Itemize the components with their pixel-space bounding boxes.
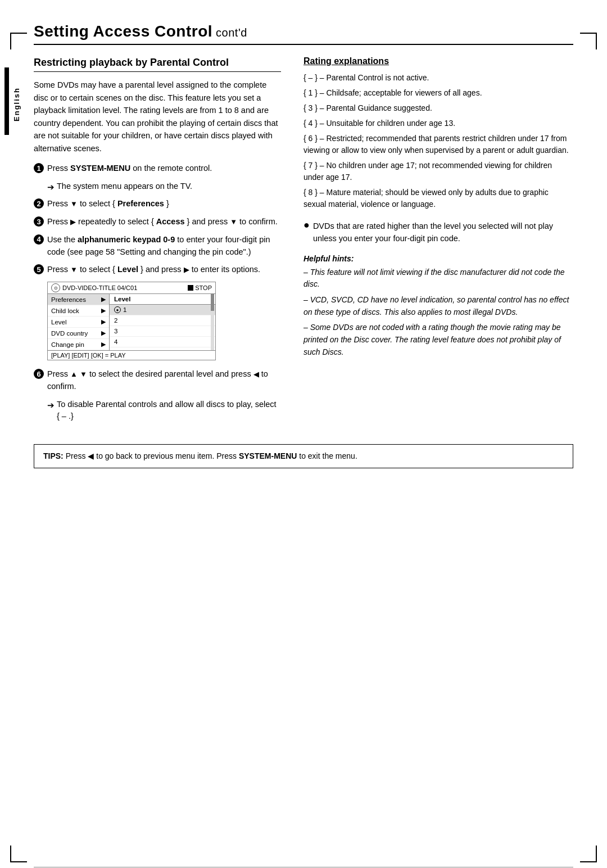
step-5: 5 Press to select { Level } and press to… (34, 264, 281, 276)
screen-bottom-bar: [PLAY] [EDIT] [OK] = PLAY (48, 350, 215, 360)
section-heading: Restricting playback by Parental Control (34, 56, 281, 72)
tips-text: Press ◀ to go back to previous menu item… (66, 451, 357, 460)
scroll-track (211, 294, 214, 350)
tips-label: TIPS: (43, 451, 64, 460)
menu-item-preferences: Preferences ▶ (48, 294, 109, 305)
rating-item-4: { 4 } – Unsuitable for children under ag… (304, 117, 573, 129)
tips-box: TIPS: Press ◀ to go back to previous men… (34, 444, 573, 468)
step-4: 4 Use the alphanumeric keypad 0-9 to ent… (34, 234, 281, 259)
step-text-3: Press repeatedly to select { Access } an… (47, 216, 281, 228)
rating-item-7: { 7 } – No children under age 17; not re… (304, 160, 573, 183)
submenu-header: Level (110, 294, 215, 305)
menu-panel: Preferences ▶ Child lock ▶ Level ▶ (48, 294, 110, 350)
step-num-4: 4 (34, 234, 44, 245)
menu-arrow-preferences: ▶ (101, 296, 106, 303)
submenu-panel: Level ● 1 2 3 (110, 294, 215, 347)
menu-label-preferences: Preferences (51, 296, 86, 303)
step-6: 6 Press to select the desired parental l… (34, 368, 281, 393)
step-num-1: 1 (34, 163, 44, 173)
submenu-label-3: 3 (114, 328, 117, 334)
menu-item-changepin: Change pin ▶ (48, 339, 109, 350)
rating-item-0: { – } – Parental Control is not active. (304, 72, 573, 84)
menu-item-level: Level ▶ (48, 317, 109, 328)
page-title-area: Setting Access Control cont'd (34, 22, 573, 45)
submenu-item-1: ● 1 (110, 305, 215, 315)
menu-arrow-dvdcountry: ▶ (101, 329, 106, 337)
stop-icon: STOP (188, 284, 212, 291)
step-num-2: 2 (34, 198, 44, 209)
stop-text: STOP (195, 284, 212, 291)
hint-text-1: – This feature will not limit viewing if… (304, 266, 573, 291)
hint-text-2: – VCD, SVCD, CD have no level indication… (304, 294, 573, 318)
english-sidebar-bar (4, 67, 9, 135)
helpful-hints: Helpful hints: – This feature will not l… (304, 254, 573, 359)
step-2: 2 Press to select { Preferences } (34, 198, 281, 210)
step-text-6: Press to select the desired parental lev… (47, 368, 281, 393)
sidebar-label: English (12, 87, 21, 121)
dvd-icon: ⊙ (51, 283, 60, 292)
corner-mark-tr (580, 33, 597, 49)
screen-title-text: DVD-VIDEO-TITLE 04/C01 (62, 284, 137, 291)
bullet-note: ● DVDs that are rated higher than the le… (304, 220, 573, 245)
circle-indicator: ● (114, 306, 121, 313)
menu-label-changepin: Change pin (51, 341, 84, 348)
submenu-wrapper: Level ● 1 2 3 (110, 294, 215, 350)
rating-item-1: { 1 } – Childsafe; acceptable for viewer… (304, 87, 573, 99)
menu-label-dvdcountry: DVD country (51, 330, 88, 337)
hints-title: Helpful hints: (304, 254, 573, 263)
left-column: Restricting playback by Parental Control… (34, 56, 281, 427)
corner-mark-tl (10, 33, 27, 49)
menu-item-childlock: Child lock ▶ (48, 305, 109, 317)
screen-content: Preferences ▶ Child lock ▶ Level ▶ (48, 294, 215, 350)
intro-text: Some DVDs may have a parental level assi… (34, 79, 281, 155)
rating-item-6: { 6 } – Restricted; recommended that par… (304, 133, 573, 156)
page-title-contd: cont'd (212, 26, 247, 39)
step-text-5: Press to select { Level } and press to e… (47, 264, 281, 276)
arrow-symbol-1: ➔ (47, 181, 55, 194)
menu-arrow-level: ▶ (101, 318, 106, 326)
rating-list: { – } – Parental Control is not active. … (304, 72, 573, 210)
rating-heading: Rating explanations (304, 56, 573, 66)
rating-item-8: { 8 } – Mature material; should be viewe… (304, 187, 573, 210)
rating-item-3: { 3 } – Parental Guidance suggested. (304, 102, 573, 114)
right-column: Rating explanations { – } – Parental Con… (304, 56, 573, 361)
english-sidebar: English (10, 79, 22, 129)
menu-label-childlock: Child lock (51, 308, 79, 314)
menu-item-dvdcountry: DVD country ▶ (48, 328, 109, 339)
corner-mark-bl (10, 846, 27, 862)
bullet-dot: ● (304, 219, 310, 231)
page-title-text: Setting Access Control (34, 22, 212, 40)
submenu-item-3: 3 (110, 326, 215, 337)
step-num-5: 5 (34, 264, 44, 274)
screen-top-bar: ⊙ DVD-VIDEO-TITLE 04/C01 STOP (48, 282, 215, 294)
arrow-symbol-6: ➔ (47, 399, 55, 412)
step-1-arrow-text: The system menu appears on the TV. (57, 180, 192, 193)
submenu-label-4: 4 (114, 338, 117, 345)
menu-label-level: Level (51, 319, 67, 326)
stop-box (188, 285, 193, 291)
corner-mark-br (580, 846, 597, 862)
step-6-arrow: ➔ To disable Parental controls and allow… (47, 399, 281, 423)
two-col-layout: Restricting playback by Parental Control… (34, 56, 573, 427)
step-1-arrow: ➔ The system menu appears on the TV. (47, 180, 281, 194)
step-6-arrow-text: To disable Parental controls and allow a… (57, 399, 281, 423)
submenu-item-4: 4 (110, 337, 215, 347)
hint-text-3: – Some DVDs are not coded with a rating … (304, 322, 573, 358)
step-3: 3 Press repeatedly to select { Access } … (34, 216, 281, 228)
step-num-3: 3 (34, 216, 44, 227)
step-num-6: 6 (34, 369, 44, 379)
scroll-thumb (211, 294, 214, 311)
step-text-4: Use the alphanumeric keypad 0-9 to enter… (47, 234, 281, 259)
page-wrapper: English Setting Access Control cont'd Re… (0, 22, 607, 868)
step-text-2: Press to select { Preferences } (47, 198, 281, 210)
bullet-text: DVDs that are rated higher than the leve… (313, 220, 573, 245)
screen-top-left: ⊙ DVD-VIDEO-TITLE 04/C01 (51, 283, 137, 292)
submenu-label-2: 2 (114, 317, 117, 324)
page-title: Setting Access Control cont'd (34, 22, 573, 40)
menu-arrow-childlock: ▶ (101, 307, 106, 314)
screen-mockup: ⊙ DVD-VIDEO-TITLE 04/C01 STOP Preferenc (47, 282, 216, 360)
step-text-1: Press SYSTEM-MENU on the remote control. (47, 162, 281, 175)
menu-arrow-changepin: ▶ (101, 341, 106, 348)
content-area: English Setting Access Control cont'd Re… (34, 22, 573, 468)
submenu-label-1: 1 (123, 306, 126, 313)
